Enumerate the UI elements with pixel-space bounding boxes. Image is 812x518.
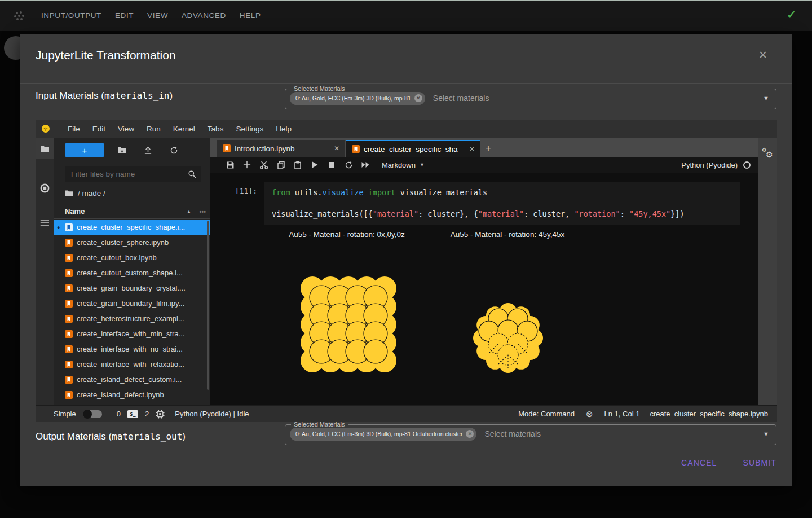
app-menu-item-input-output[interactable]: INPUT/OUTPUT	[41, 11, 102, 20]
restart-run-all-icon[interactable]	[357, 161, 374, 168]
command-mode-indicator[interactable]: Mode: Command	[518, 410, 575, 418]
chip-remove-icon[interactable]: ✕	[466, 430, 474, 438]
dialog-close-icon[interactable]: ✕	[758, 49, 767, 62]
jupyterlite-panel: FileEditViewRunKernelTabsSettingsHelp	[36, 120, 777, 422]
chevron-down-icon: ▼	[420, 162, 425, 168]
kernel-status-text[interactable]: Python (Pyodide) | Idle	[175, 410, 249, 418]
file-row[interactable]: ●create_interface_with_min_stra...	[54, 326, 210, 341]
notebook-icon	[65, 330, 73, 338]
file-row[interactable]: ●create_cluster_specific_shape.i...	[54, 220, 210, 235]
file-name: create_interface_with_relaxatio...	[77, 360, 184, 368]
new-folder-icon[interactable]	[115, 146, 129, 155]
run-cell-icon[interactable]	[306, 161, 323, 169]
cut-cells-icon[interactable]	[255, 161, 272, 169]
add-tab-button[interactable]: +	[480, 140, 496, 157]
jupyter-menu-kernel[interactable]: Kernel	[167, 125, 201, 133]
jupyter-menu-tabs[interactable]: Tabs	[201, 125, 230, 133]
dropdown-caret-icon[interactable]: ▼	[763, 431, 769, 437]
file-row[interactable]: ●create_cluster_sphere.ipynb	[54, 235, 210, 250]
file-row[interactable]: ●create_cutout_box.ipynb	[54, 250, 210, 265]
header-more-icon: •••	[199, 208, 206, 215]
app-menu-item-help[interactable]: HELP	[240, 11, 261, 20]
output-caption-2: Au55 - Material - rotation: 45y,45x	[451, 230, 564, 239]
file-browser-tab[interactable]	[36, 138, 54, 159]
cursor-position[interactable]: Ln 1, Col 1	[604, 410, 640, 418]
file-row[interactable]: ●create_grain_boundary_film.ipy...	[54, 296, 210, 311]
notebook-icon	[65, 300, 73, 308]
stop-kernel-icon[interactable]	[323, 161, 340, 168]
jupyter-menu-bar: FileEditViewRunKernelTabsSettingsHelp	[36, 120, 777, 138]
kernel-status-icon[interactable]	[743, 161, 751, 169]
new-launcher-button[interactable]: +	[65, 143, 104, 157]
file-name: create_island_defect.ipynb	[77, 390, 164, 399]
code-editor[interactable]: from utils.visualize import visualize_ma…	[264, 182, 740, 225]
cluster-visualization-rotated	[466, 303, 550, 379]
notebook-icon	[65, 315, 73, 323]
notebook-area: Introduction.ipynb ✕ create_cluster_spec…	[210, 138, 758, 405]
jupyterlite-transformation-dialog: JupyterLite Transformation ✕ Input Mater…	[20, 34, 792, 486]
close-tab-icon[interactable]: ✕	[469, 145, 475, 153]
select-materials-placeholder[interactable]: Select materials	[433, 94, 763, 103]
jupyter-menu-settings[interactable]: Settings	[230, 125, 270, 133]
jupyter-status-bar: Simple 0 $_ 2	[36, 405, 777, 422]
cancel-button[interactable]: CANCEL	[681, 458, 717, 467]
jupyter-menu-help[interactable]: Help	[270, 125, 298, 133]
select-materials-placeholder[interactable]: Select materials	[484, 429, 763, 438]
code-cell[interactable]: [11]: from utils.visualize import visual…	[210, 182, 758, 225]
submit-button[interactable]: SUBMIT	[743, 458, 777, 467]
dot-spacer: ●	[57, 316, 65, 322]
cell-type-dropdown[interactable]: Markdown ▼	[382, 161, 425, 169]
material-chip[interactable]: 0: Au, Gold, FCC (Fm-3m) 3D (Bulk), mp-8…	[290, 92, 425, 105]
copy-cells-icon[interactable]	[272, 161, 289, 169]
app-menu-item-view[interactable]: VIEW	[147, 11, 168, 20]
trust-indicator-icon: ⊗	[586, 409, 593, 419]
restart-kernel-icon[interactable]	[340, 161, 357, 169]
refresh-files-icon[interactable]	[167, 146, 180, 155]
tab-create-cluster-specific-shape[interactable]: create_cluster_specific_sha ✕	[346, 140, 480, 157]
filter-files-input[interactable]	[71, 170, 188, 178]
file-list-header[interactable]: Name ▲ •••	[54, 204, 210, 219]
tab-introduction[interactable]: Introduction.ipynb ✕	[217, 140, 345, 157]
paste-cells-icon[interactable]	[289, 161, 306, 169]
file-row[interactable]: ●create_interface_with_relaxatio...	[54, 357, 210, 372]
notebook-icon	[65, 223, 73, 231]
table-of-contents-tab[interactable]	[36, 212, 54, 234]
file-row[interactable]: ●create_island_defect_custom.i...	[54, 372, 210, 387]
material-chip[interactable]: 0: Au, Gold, FCC (Fm-3m) 3D (Bulk), mp-8…	[290, 428, 476, 441]
kernels-count[interactable]: 2	[145, 410, 149, 418]
input-materials-select[interactable]: Selected Materials 0: Au, Gold, FCC (Fm-…	[285, 85, 776, 109]
dot-spacer: ●	[57, 331, 65, 337]
file-row[interactable]: ●create_interface_with_no_strai...	[54, 341, 210, 357]
file-list-scrollbar[interactable]	[207, 221, 209, 390]
output-materials-select[interactable]: Selected Materials 0: Au, Gold, FCC (Fm-…	[285, 421, 776, 445]
jupyter-menu-run[interactable]: Run	[140, 125, 167, 133]
breadcrumb[interactable]: / made /	[65, 189, 105, 197]
jupyter-menu-edit[interactable]: Edit	[86, 125, 112, 133]
app-menu-item-edit[interactable]: EDIT	[115, 11, 134, 20]
jupyter-menu-view[interactable]: View	[112, 125, 140, 133]
save-icon[interactable]	[222, 161, 239, 169]
dot-spacer: ●	[57, 362, 65, 367]
jupyter-menu-items: FileEditViewRunKernelTabsSettingsHelp	[61, 125, 298, 133]
filter-files-box[interactable]	[65, 166, 201, 182]
simple-mode-toggle[interactable]	[83, 410, 102, 418]
app-menu: INPUT/OUTPUTEDITVIEWADVANCEDHELP	[41, 0, 261, 31]
app-logo-dots-icon[interactable]	[12, 9, 26, 23]
file-row[interactable]: ●create_grain_boundary_crystal....	[54, 280, 210, 296]
chip-remove-icon[interactable]: ✕	[414, 94, 422, 102]
notebook-icon	[223, 144, 231, 152]
file-row[interactable]: ●create_island_defect.ipynb	[54, 387, 210, 402]
upload-icon[interactable]	[141, 146, 155, 155]
file-row[interactable]: ●create_heterostructure_exampl...	[54, 311, 210, 326]
jupyterlite-logo-icon	[41, 124, 50, 133]
running-kernels-tab[interactable]	[36, 177, 54, 199]
terminals-count[interactable]: 0	[117, 410, 121, 418]
close-tab-icon[interactable]: ✕	[334, 144, 339, 152]
app-menu-item-advanced[interactable]: ADVANCED	[182, 11, 226, 20]
insert-cell-icon[interactable]	[239, 161, 255, 169]
file-row[interactable]: ●create_cutout_custom_shape.i...	[54, 265, 210, 280]
output-materials-label: Output Materials (materials_out)	[36, 431, 186, 442]
jupyter-menu-file[interactable]: File	[61, 125, 86, 133]
dropdown-caret-icon[interactable]: ▼	[763, 95, 769, 102]
kernel-name[interactable]: Python (Pyodide)	[681, 161, 738, 169]
